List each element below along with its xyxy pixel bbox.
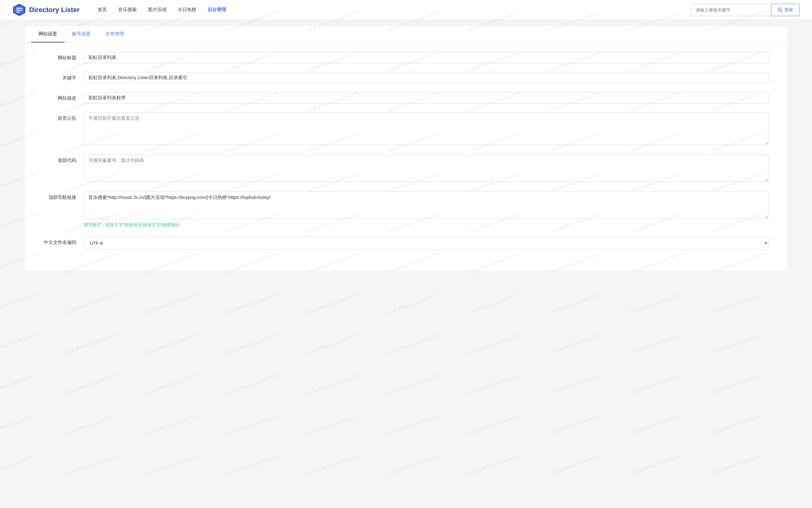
- label-footer-code: 底部代码: [43, 155, 84, 164]
- svg-line-6: [781, 10, 782, 12]
- nav-home[interactable]: 首页: [92, 0, 112, 20]
- field-encoding: UTF-8 GBK: [84, 237, 769, 250]
- field-keywords: [84, 72, 769, 83]
- nav-music[interactable]: 音乐搜索: [112, 0, 142, 20]
- search-input[interactable]: [690, 4, 771, 16]
- search-area: 搜索: [690, 4, 800, 16]
- label-keywords: 关键字: [43, 72, 84, 81]
- form-row-description: 网站描述: [43, 92, 769, 103]
- svg-rect-4: [16, 11, 20, 12]
- tab-account-settings[interactable]: 账号设置: [64, 26, 98, 43]
- logo-area[interactable]: Directory Lister: [12, 3, 80, 17]
- main-nav: 首页 音乐搜索 图片压缩 今日热榜 后台管理: [92, 0, 690, 20]
- svg-rect-2: [16, 8, 22, 9]
- form-row-footer-code: 底部代码: [43, 155, 769, 183]
- form-row-notice: 首页公告: [43, 112, 769, 146]
- form-row-nav-links: 顶部导航链接 填写格式：链接文字*链接地址|链接文字*链接地址: [43, 192, 769, 228]
- settings-form: 网站标题 关键字 网站描述 首页公告 底: [25, 43, 787, 270]
- nav-trending[interactable]: 今日热榜: [172, 0, 202, 20]
- tab-website-settings[interactable]: 网站设置: [31, 26, 64, 43]
- field-footer-code: [84, 155, 769, 183]
- label-site-title: 网站标题: [43, 52, 84, 61]
- tabs-bar: 网站设置 账号设置 文件管理: [25, 26, 787, 43]
- textarea-footer-code[interactable]: [84, 155, 769, 182]
- input-description[interactable]: [84, 92, 769, 103]
- select-encoding[interactable]: UTF-8 GBK: [84, 237, 769, 250]
- input-site-title[interactable]: [84, 52, 769, 63]
- search-button[interactable]: 搜索: [771, 4, 800, 16]
- label-nav-links: 顶部导航链接: [43, 192, 84, 201]
- main-content: 网站设置 账号设置 文件管理 网站标题 关键字 网站描述 首: [0, 20, 812, 508]
- logo-text: Directory Lister: [29, 6, 80, 14]
- label-description: 网站描述: [43, 92, 84, 101]
- logo-icon: [12, 3, 26, 17]
- field-site-title: [84, 52, 769, 63]
- input-keywords[interactable]: [84, 72, 769, 83]
- form-row-keywords: 关键字: [43, 72, 769, 83]
- form-row-title: 网站标题: [43, 52, 769, 63]
- field-notice: [84, 112, 769, 146]
- field-description: [84, 92, 769, 103]
- textarea-nav-links[interactable]: [84, 192, 769, 219]
- nav-links-hint: 填写格式：链接文字*链接地址|链接文字*链接地址: [84, 222, 769, 228]
- form-row-encoding: 中文文件名编码 UTF-8 GBK: [43, 237, 769, 250]
- textarea-notice[interactable]: [84, 112, 769, 145]
- field-nav-links: 填写格式：链接文字*链接地址|链接文字*链接地址: [84, 192, 769, 228]
- label-notice: 首页公告: [43, 112, 84, 121]
- nav-compress[interactable]: 图片压缩: [142, 0, 172, 20]
- header: Directory Lister 首页 音乐搜索 图片压缩 今日热榜 后台管理 …: [0, 0, 812, 20]
- tab-file-management[interactable]: 文件管理: [98, 26, 132, 43]
- label-encoding: 中文文件名编码: [43, 237, 84, 246]
- search-icon: [777, 7, 782, 12]
- svg-rect-3: [16, 10, 22, 10]
- nav-admin[interactable]: 后台管理: [202, 0, 232, 20]
